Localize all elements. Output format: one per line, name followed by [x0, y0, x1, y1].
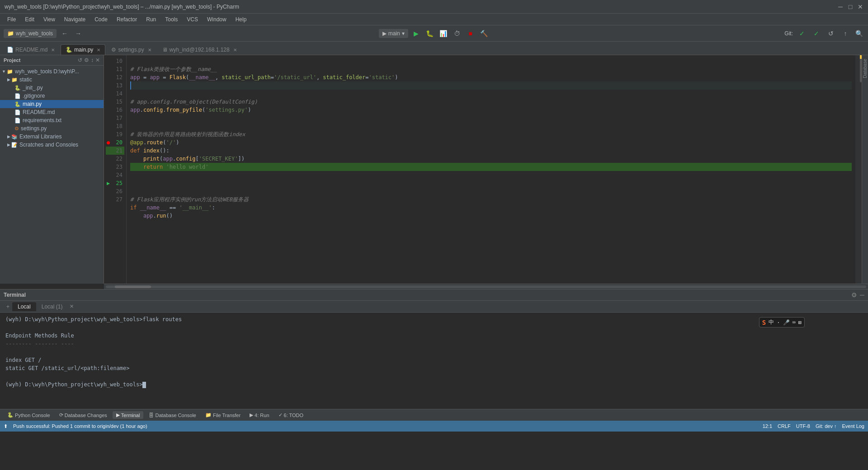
mainpy-close[interactable]: ✕ [97, 47, 100, 52]
terminal-tab-local1[interactable]: Local (1) [36, 302, 68, 311]
terminal-add-tab[interactable]: + [4, 302, 12, 311]
settings-close[interactable]: ✕ [148, 47, 151, 52]
menu-edit[interactable]: Edit [21, 15, 38, 24]
menu-run[interactable]: Run [142, 15, 160, 24]
remote-close[interactable]: ✕ [233, 47, 237, 52]
build-button[interactable]: 🔨 [479, 28, 490, 39]
scroll-thumb[interactable] [115, 285, 151, 288]
db-console-button[interactable]: 🗄 Database Console [145, 412, 200, 419]
tree-requirements[interactable]: 📄 requirements.txt [0, 116, 104, 124]
tab-main[interactable]: 🐍 main.py ✕ [61, 44, 105, 55]
editor-minimap[interactable] [855, 55, 862, 284]
tree-mainpy[interactable]: 🐍 main.py [0, 100, 104, 108]
settings-icon: ⚙ [111, 47, 116, 53]
file-transfer-button[interactable]: 📁 File Transfer [202, 411, 244, 419]
git-checkmark1[interactable]: ✓ [797, 28, 807, 39]
code-editor[interactable]: # Flask类接收一个参数__name__ app = app = Flask… [127, 55, 855, 284]
menu-help[interactable]: Help [232, 15, 250, 24]
todo-icon: ✓ [278, 412, 283, 418]
tree-root[interactable]: ▼ 📁 wyh_web_tools D:\wyh\P... [0, 67, 104, 76]
menu-view[interactable]: View [40, 15, 59, 24]
ime-keyboard[interactable]: ⌨ [793, 319, 796, 326]
terminal-settings-button[interactable]: ⚙ [851, 291, 857, 299]
ime-emoji[interactable]: ⊞ [798, 319, 802, 326]
scroll-track[interactable] [106, 285, 866, 288]
terminal-tab-local[interactable]: Local [12, 302, 36, 311]
coverage-button[interactable]: 📊 [438, 28, 449, 39]
menu-vcs[interactable]: VCS [183, 15, 202, 24]
root-label: wyh_web_tools D:\wyh\P... [15, 68, 79, 75]
terminal-minimize-button[interactable]: ─ [860, 291, 864, 299]
tab-readme[interactable]: 📄 README.md ✕ [2, 44, 60, 55]
menu-tools[interactable]: Tools [161, 15, 181, 24]
tree-static[interactable]: ▶ 📁 static [0, 76, 104, 84]
sidebar-gear-button[interactable]: ⚙ [84, 57, 89, 63]
status-position[interactable]: 12:1 [763, 423, 772, 429]
sidebar-close-button[interactable]: ✕ [95, 57, 100, 63]
minimize-button[interactable]: ─ [837, 4, 844, 10]
git-label: Git: [784, 30, 793, 37]
profile-button[interactable]: ⏱ [452, 28, 462, 39]
menu-refactor[interactable]: Refactor [113, 15, 141, 24]
term-line-blank3 [5, 372, 863, 380]
menu-window[interactable]: Window [203, 15, 230, 24]
requirements-label: requirements.txt [23, 117, 61, 123]
database-panel-label[interactable]: Database [863, 59, 868, 78]
term-prompt-line: (wyh) D:\wyh\Python_project\wyh_web_tool… [5, 380, 863, 389]
readme-tab-label: README.md [15, 47, 47, 53]
status-encoding[interactable]: UTF-8 [796, 423, 810, 429]
tab-remote[interactable]: 🖥 wyh_ind@192.168.1.128 ✕ [157, 44, 242, 55]
term-line-1: (wyh) D:\wyh\Python_project\wyh_web_tool… [5, 315, 863, 323]
run-config-selector[interactable]: ▶ main ▾ [379, 29, 408, 38]
python-console-button[interactable]: 🐍 Python Console [4, 411, 54, 419]
ime-voice[interactable]: 🎤 [783, 319, 790, 326]
status-event-log[interactable]: Event Log [842, 423, 864, 429]
ime-lang[interactable]: 中 [769, 318, 774, 326]
maximize-button[interactable]: □ [847, 4, 854, 10]
toolbar: 📁 wyh_web_tools ← → ▶ main ▾ ▶ 🐛 📊 ⏱ ■ 🔨… [0, 25, 868, 42]
git-push[interactable]: ↑ [840, 28, 851, 39]
mainpy-icon: 🐍 [66, 47, 72, 53]
ime-punctuation[interactable]: · [777, 319, 780, 326]
git-refresh[interactable]: ↺ [826, 28, 836, 39]
status-git-branch[interactable]: Git: dev ↑ [816, 423, 836, 429]
run-button[interactable]: ▶ [411, 28, 422, 39]
close-button[interactable]: ✕ [857, 4, 863, 10]
status-linesep[interactable]: CRLF [778, 423, 791, 429]
terminal-bottom-button[interactable]: ▶ Terminal [113, 411, 144, 419]
root-arrow: ▼ [2, 69, 6, 74]
menu-navigate[interactable]: Navigate [61, 15, 89, 24]
git-checkmark2[interactable]: ✓ [811, 28, 822, 39]
tree-settings[interactable]: ⚙ settings.py [0, 124, 104, 133]
tree-init[interactable]: 🐍 _init_.py [0, 84, 104, 92]
editor-area[interactable]: 10 11 12 13 14 15 16 17 18 19 ●20 21 22 … [104, 55, 868, 284]
tree-scratches[interactable]: ▶ 📝 Scratches and Consoles [0, 141, 104, 149]
terminal-tab-close[interactable]: ✕ [68, 302, 75, 311]
title-bar: wyh_web_tools [D:\wyh\Python_project\wyh… [0, 0, 868, 14]
terminal-content[interactable]: S 中 · 🎤 ⌨ ⊞ (wyh) D:\wyh\Python_project\… [0, 313, 868, 409]
todo-label: 6: TODO [284, 413, 304, 418]
tab-settings[interactable]: ⚙ settings.py ✕ [106, 44, 156, 55]
nav-back-button[interactable]: ← [59, 28, 70, 39]
mainpy-tab-label: main.py [74, 47, 93, 53]
sidebar-sync-button[interactable]: ↺ [78, 57, 82, 63]
db-changes-button[interactable]: ⟳ Database Changes [56, 411, 111, 419]
project-selector[interactable]: 📁 wyh_web_tools [4, 29, 57, 38]
run-button-bottom[interactable]: ▶ 4: Run [246, 411, 273, 419]
menu-code[interactable]: Code [91, 15, 111, 24]
sidebar-expand-button[interactable]: ↕ [91, 57, 94, 63]
tree-gitignore[interactable]: 📄 .gitignore [0, 92, 104, 100]
debug-button[interactable]: 🐛 [425, 28, 435, 39]
tree-readme[interactable]: 📄 README.md [0, 108, 104, 116]
readme-close[interactable]: ✕ [51, 47, 55, 52]
tree-view: ▼ 📁 wyh_web_tools D:\wyh\P... ▶ 📁 static… [0, 66, 104, 284]
gitignore-label: .gitignore [23, 93, 45, 99]
right-panel-toggle[interactable]: Database [862, 55, 868, 284]
stop-button[interactable]: ■ [465, 28, 476, 39]
tree-extlibs[interactable]: ▶ 📚 External Libraries [0, 133, 104, 141]
menu-file[interactable]: File [4, 15, 19, 24]
h-scrollbar[interactable] [104, 284, 868, 289]
todo-button[interactable]: ✓ 6: TODO [275, 411, 307, 419]
nav-forward-button[interactable]: → [73, 28, 84, 39]
search-everywhere-button[interactable]: 🔍 [854, 28, 864, 39]
